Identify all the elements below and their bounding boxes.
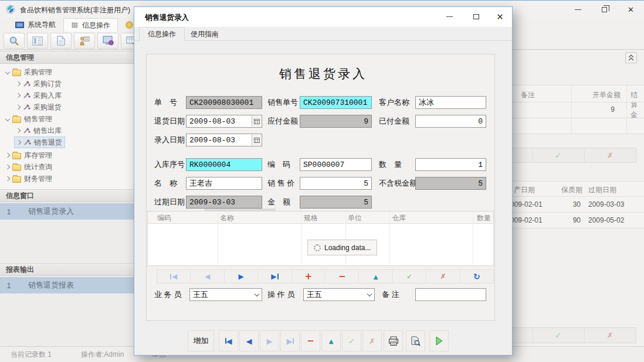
toolbar-form-button[interactable] xyxy=(27,33,48,49)
remark-field[interactable] xyxy=(415,288,486,301)
dialog-minimize-button[interactable] xyxy=(436,7,463,26)
payable-field: 9 xyxy=(300,115,372,128)
grid-header: 编码 名称 规格 单位 仓库 数量 xyxy=(148,211,493,224)
batch-cancel-button[interactable]: ✗ xyxy=(584,328,636,343)
sales-no-field[interactable]: CK200907310001 xyxy=(300,96,372,109)
orders-col-amount: 开单金额 xyxy=(575,90,621,100)
tree-item-purchase-mgmt[interactable]: 采购管理 xyxy=(4,66,55,78)
tool-icon xyxy=(23,127,30,134)
coin-icon xyxy=(126,21,133,29)
customer-label: 客户名称 xyxy=(379,96,409,109)
operator-select[interactable]: 王五 xyxy=(303,288,375,301)
edit-record-icon: ▲ xyxy=(329,338,334,344)
bottom-edit-button[interactable]: ▲ xyxy=(321,330,341,351)
ribbon-tab-info-ops[interactable]: 信息操作 xyxy=(63,18,118,32)
paid-label: 已付金额 xyxy=(379,115,409,128)
nav-prev-button[interactable]: ◀ xyxy=(190,270,223,283)
main-window-title: 食品饮料销售管理系统(非注册用户) xyxy=(20,5,130,15)
nav-insert-button[interactable]: + xyxy=(292,270,325,283)
next-record-icon: ▶ xyxy=(238,272,243,281)
dialog-tab-info-ops[interactable]: 信息操作 xyxy=(139,27,185,42)
main-minimize-button[interactable] xyxy=(565,1,591,18)
nav-refresh-button[interactable]: ↻ xyxy=(460,270,493,283)
delete-record-icon: − xyxy=(338,271,346,282)
sidebar-header-report-output: 报表输出 xyxy=(0,263,134,276)
bottom-last-button[interactable]: ▶ xyxy=(280,330,300,351)
code-field[interactable]: SP0000007 xyxy=(300,158,372,171)
ribbon-tab-system-nav[interactable]: 系统导航 xyxy=(8,18,63,32)
main-close-button[interactable]: ✕ xyxy=(618,1,644,18)
bottom-first-button[interactable]: ◀ xyxy=(219,330,238,351)
grid-col-code[interactable]: 编码 xyxy=(157,213,171,223)
tree-item-stock-mgmt[interactable]: 库存管理 xyxy=(4,149,55,161)
bottom-post-button[interactable]: ✓ xyxy=(342,330,361,351)
dialog-close-button[interactable]: ✕ xyxy=(487,7,513,26)
entry-date-field[interactable]: 2009-08-03 xyxy=(186,134,262,146)
grid-scroll-thumb[interactable] xyxy=(204,209,276,211)
tree-item-purchase-order[interactable]: 采购订货 xyxy=(14,78,64,90)
play-icon xyxy=(435,336,443,346)
orders-col-remark: 备注 xyxy=(521,90,535,100)
grid-col-warehouse[interactable]: 仓库 xyxy=(392,213,406,223)
report-list-item-sales-return-report[interactable]: 1 销售退货报表 xyxy=(0,277,134,293)
main-restore-button[interactable] xyxy=(591,1,618,18)
paid-field[interactable]: 0 xyxy=(415,115,486,128)
nav-delete-button[interactable]: − xyxy=(325,270,358,283)
folder-icon xyxy=(12,176,21,183)
name-field[interactable]: 王老吉 xyxy=(186,177,262,190)
customer-field[interactable]: 冰冰 xyxy=(415,96,486,109)
toolbar-monitor-button[interactable] xyxy=(97,33,118,49)
toolbar-document-button[interactable] xyxy=(50,33,72,49)
tree-item-sales-mgmt[interactable]: 销售管理 xyxy=(4,113,55,125)
price-field[interactable]: 5 xyxy=(300,177,372,190)
nav-post-button[interactable]: ✓ xyxy=(392,270,426,283)
nav-next-button[interactable]: ▶ xyxy=(224,270,257,283)
grid-col-spec[interactable]: 规格 xyxy=(304,213,318,223)
return-date-field[interactable]: 2009-08-03 xyxy=(186,115,262,128)
window-list-item-sales-return-entry[interactable]: 1 销售退货录入 xyxy=(0,203,134,220)
salesman-select[interactable]: 王五 xyxy=(189,288,262,301)
tool-icon xyxy=(23,80,30,87)
chevron-right-icon xyxy=(16,81,21,86)
grid-col-name[interactable]: 名称 xyxy=(220,213,234,223)
dialog-tab-user-guide[interactable]: 使用指南 xyxy=(182,27,227,41)
tool-icon xyxy=(23,104,30,111)
bottom-next-button[interactable]: ▶ xyxy=(260,330,279,351)
nav-first-button[interactable]: ◀ xyxy=(157,270,190,283)
nav-edit-button[interactable]: ▲ xyxy=(358,270,392,283)
app-logo-icon xyxy=(6,5,15,14)
stockin-no-field[interactable]: RK0000004 xyxy=(186,158,262,171)
grid-col-qty[interactable]: 数量 xyxy=(477,213,491,223)
calendar-dropdown-icon[interactable] xyxy=(252,116,261,127)
batch-row: 009-02-01 xyxy=(510,216,543,224)
tree-item-sales-return[interactable]: 销售退货 xyxy=(14,136,65,148)
toolbar-search-button[interactable] xyxy=(4,33,25,49)
nav-last-button[interactable]: ▶ xyxy=(257,270,291,283)
add-button[interactable]: 增加 xyxy=(188,330,214,351)
orders-post-button[interactable]: ✓ xyxy=(532,148,584,162)
tree-item-stats-query[interactable]: 统计查询 xyxy=(4,161,55,173)
folder-icon xyxy=(12,70,21,76)
tree-item-purchase-return[interactable]: 采购退货 xyxy=(14,101,64,113)
run-button[interactable] xyxy=(429,330,449,351)
toolbar-person-button[interactable] xyxy=(74,33,95,49)
bottom-delete-button[interactable]: − xyxy=(301,330,320,351)
nav-cancel-button[interactable]: ✗ xyxy=(426,270,459,283)
qty-field[interactable]: 1 xyxy=(415,158,486,171)
preview-icon xyxy=(411,336,421,346)
panel-collapse-button[interactable] xyxy=(625,52,637,63)
tool-icon xyxy=(23,139,31,146)
tree-item-sales-out[interactable]: 销售出库 xyxy=(14,125,64,136)
amount-field: 5 xyxy=(300,196,372,209)
orders-cancel-button[interactable]: ✗ xyxy=(584,148,636,162)
preview-button[interactable] xyxy=(406,330,425,351)
batch-post-button[interactable]: ✓ xyxy=(532,328,584,343)
print-button[interactable] xyxy=(384,330,403,351)
tree-item-purchase-in[interactable]: 采购入库 xyxy=(14,90,64,101)
tree-item-finance-mgmt[interactable]: 财务管理 xyxy=(4,173,55,185)
bottom-cancel-button[interactable]: ✗ xyxy=(362,330,382,351)
dialog-maximize-button[interactable] xyxy=(463,7,489,26)
calendar-dropdown-icon[interactable] xyxy=(252,135,261,145)
grid-col-unit[interactable]: 单位 xyxy=(348,213,362,223)
bottom-prev-button[interactable]: ◀ xyxy=(239,330,259,351)
